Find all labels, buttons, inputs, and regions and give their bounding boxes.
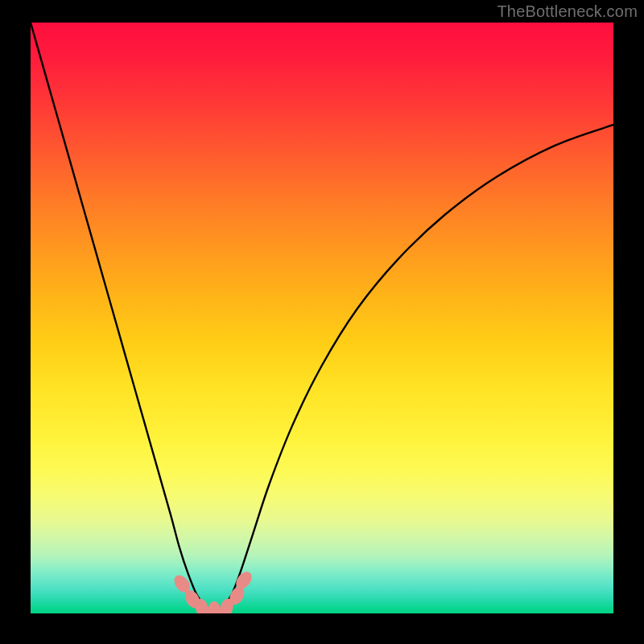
curve-markers-group (171, 569, 255, 613)
curve-marker (208, 601, 221, 613)
attribution-label: TheBottleneck.com (497, 2, 638, 21)
bottleneck-curve-line (31, 23, 613, 611)
chart-frame: TheBottleneck.com (0, 0, 644, 644)
bottleneck-curve-svg (31, 23, 613, 613)
plot-area (31, 23, 613, 613)
